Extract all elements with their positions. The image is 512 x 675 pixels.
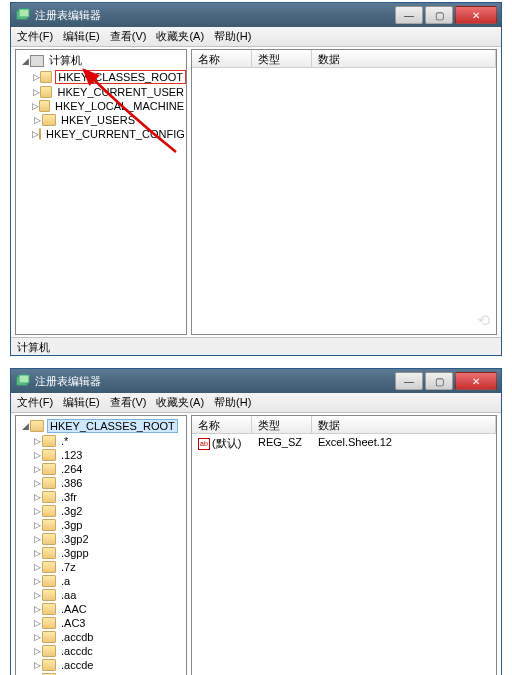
minimize-button[interactable]: — — [395, 6, 423, 24]
tree-item-label: .a — [59, 575, 72, 587]
menu-favorites[interactable]: 收藏夹(A) — [156, 29, 204, 44]
tree-item-label: .AAC — [59, 603, 89, 615]
col-name[interactable]: 名称 — [192, 416, 252, 433]
maximize-button[interactable]: ▢ — [425, 6, 453, 24]
tree-item[interactable]: ▷.3gp2 — [16, 532, 186, 546]
tree-pane[interactable]: ◢ 计算机 ▷ HKEY_CLASSES_ROOT ▷ HKEY_CURRENT… — [15, 49, 187, 335]
tree-root[interactable]: ◢ 计算机 — [16, 52, 186, 69]
col-type[interactable]: 类型 — [252, 50, 312, 67]
tree-item-hklm[interactable]: ▷ HKEY_LOCAL_MACHINE — [16, 99, 186, 113]
col-data[interactable]: 数据 — [312, 416, 496, 433]
collapse-icon[interactable]: ◢ — [20, 421, 30, 431]
list-row[interactable]: ab(默认) REG_SZ Excel.Sheet.12 — [192, 434, 496, 453]
tree-item[interactable]: ▷.accde — [16, 658, 186, 672]
expand-icon[interactable]: ▷ — [32, 72, 40, 82]
tree-item[interactable]: ▷.123 — [16, 448, 186, 462]
folder-icon — [42, 561, 56, 573]
tree-item[interactable]: ▷.a — [16, 574, 186, 588]
col-data[interactable]: 数据 — [312, 50, 496, 67]
folder-icon — [42, 463, 56, 475]
registry-window-1: 注册表编辑器 — ▢ ✕ 文件(F) 编辑(E) 查看(V) 收藏夹(A) 帮助… — [10, 2, 502, 356]
close-button[interactable]: ✕ — [455, 372, 497, 390]
collapse-icon[interactable]: ◢ — [20, 56, 30, 66]
tree-item-label: .AC3 — [59, 617, 87, 629]
tree-item[interactable]: ▷.3fr — [16, 490, 186, 504]
menu-view[interactable]: 查看(V) — [110, 395, 147, 410]
expand-icon[interactable]: ▷ — [32, 115, 42, 125]
tree-item[interactable]: ▷.accdb — [16, 630, 186, 644]
expand-icon[interactable]: ▷ — [32, 464, 42, 474]
expand-icon[interactable]: ▷ — [32, 436, 42, 446]
tree-root-label: 计算机 — [47, 53, 84, 68]
maximize-button[interactable]: ▢ — [425, 372, 453, 390]
window-title: 注册表编辑器 — [35, 8, 395, 23]
tree-item[interactable]: ▷.accdc — [16, 644, 186, 658]
menu-help[interactable]: 帮助(H) — [214, 395, 251, 410]
tree-item-label: .7z — [59, 561, 78, 573]
expand-icon[interactable]: ▷ — [32, 450, 42, 460]
tree-item[interactable]: ▷.3gpp — [16, 546, 186, 560]
tree-item-hkcu[interactable]: ▷ HKEY_CURRENT_USER — [16, 85, 186, 99]
menu-file[interactable]: 文件(F) — [17, 29, 53, 44]
expand-icon[interactable]: ▷ — [32, 101, 39, 111]
menubar: 文件(F) 编辑(E) 查看(V) 收藏夹(A) 帮助(H) — [11, 393, 501, 413]
tree-item-label: .3gp — [59, 519, 84, 531]
expand-icon[interactable]: ▷ — [32, 548, 42, 558]
tree-item[interactable]: ▷.386 — [16, 476, 186, 490]
tree-item-hku[interactable]: ▷ HKEY_USERS — [16, 113, 186, 127]
tree-pane[interactable]: ◢ HKEY_CLASSES_ROOT ▷.*▷.123▷.264▷.386▷.… — [15, 415, 187, 675]
registry-window-2: 注册表编辑器 — ▢ ✕ 文件(F) 编辑(E) 查看(V) 收藏夹(A) 帮助… — [10, 368, 502, 675]
titlebar[interactable]: 注册表编辑器 — ▢ ✕ — [11, 3, 501, 27]
folder-icon — [42, 519, 56, 531]
expand-icon[interactable]: ▷ — [32, 646, 42, 656]
tree-item[interactable]: ▷.3g2 — [16, 504, 186, 518]
tree-item-label: HKEY_CLASSES_ROOT — [47, 419, 178, 433]
expand-icon[interactable]: ▷ — [32, 618, 42, 628]
menu-edit[interactable]: 编辑(E) — [63, 395, 100, 410]
expand-icon[interactable]: ▷ — [32, 87, 40, 97]
tree-item[interactable]: ▷.AAC — [16, 602, 186, 616]
close-button[interactable]: ✕ — [455, 6, 497, 24]
expand-icon[interactable]: ▷ — [32, 520, 42, 530]
menu-favorites[interactable]: 收藏夹(A) — [156, 395, 204, 410]
tree-item-hkcr[interactable]: ◢ HKEY_CLASSES_ROOT — [16, 418, 186, 434]
tree-item-label: .264 — [59, 463, 84, 475]
tree-item-hkcc[interactable]: ▷ HKEY_CURRENT_CONFIG — [16, 127, 186, 141]
tree-item-label: .* — [59, 435, 70, 447]
menu-file[interactable]: 文件(F) — [17, 395, 53, 410]
expand-icon[interactable]: ▷ — [32, 129, 39, 139]
tree-item-label: .accdb — [59, 631, 95, 643]
col-type[interactable]: 类型 — [252, 416, 312, 433]
expand-icon[interactable]: ▷ — [32, 478, 42, 488]
expand-icon[interactable]: ▷ — [32, 632, 42, 642]
folder-icon — [42, 491, 56, 503]
folder-icon — [40, 71, 52, 83]
tree-item-label: .accde — [59, 659, 95, 671]
expand-icon[interactable]: ▷ — [32, 492, 42, 502]
menu-view[interactable]: 查看(V) — [110, 29, 147, 44]
menu-help[interactable]: 帮助(H) — [214, 29, 251, 44]
list-pane[interactable]: 名称 类型 数据 ab(默认) REG_SZ Excel.Sheet.12 ⟲ — [191, 415, 497, 675]
titlebar[interactable]: 注册表编辑器 — ▢ ✕ — [11, 369, 501, 393]
tree-item[interactable]: ▷.aa — [16, 588, 186, 602]
col-name[interactable]: 名称 — [192, 50, 252, 67]
minimize-button[interactable]: — — [395, 372, 423, 390]
tree-item[interactable]: ▷.264 — [16, 462, 186, 476]
folder-icon — [42, 575, 56, 587]
tree-item[interactable]: ▷.7z — [16, 560, 186, 574]
expand-icon[interactable]: ▷ — [32, 562, 42, 572]
value-data: Excel.Sheet.12 — [312, 435, 398, 452]
expand-icon[interactable]: ▷ — [32, 506, 42, 516]
tree-item[interactable]: ▷.AC3 — [16, 616, 186, 630]
tree-item[interactable]: ▷.3gp — [16, 518, 186, 532]
tree-item[interactable]: ▷.* — [16, 434, 186, 448]
menu-edit[interactable]: 编辑(E) — [63, 29, 100, 44]
tree-item-hkcr[interactable]: ▷ HKEY_CLASSES_ROOT — [16, 69, 186, 85]
expand-icon[interactable]: ▷ — [32, 590, 42, 600]
expand-icon[interactable]: ▷ — [32, 534, 42, 544]
expand-icon[interactable]: ▷ — [32, 604, 42, 614]
expand-icon[interactable]: ▷ — [32, 660, 42, 670]
folder-icon — [42, 645, 56, 657]
expand-icon[interactable]: ▷ — [32, 576, 42, 586]
list-pane[interactable]: 名称 类型 数据 ⟲ — [191, 49, 497, 335]
